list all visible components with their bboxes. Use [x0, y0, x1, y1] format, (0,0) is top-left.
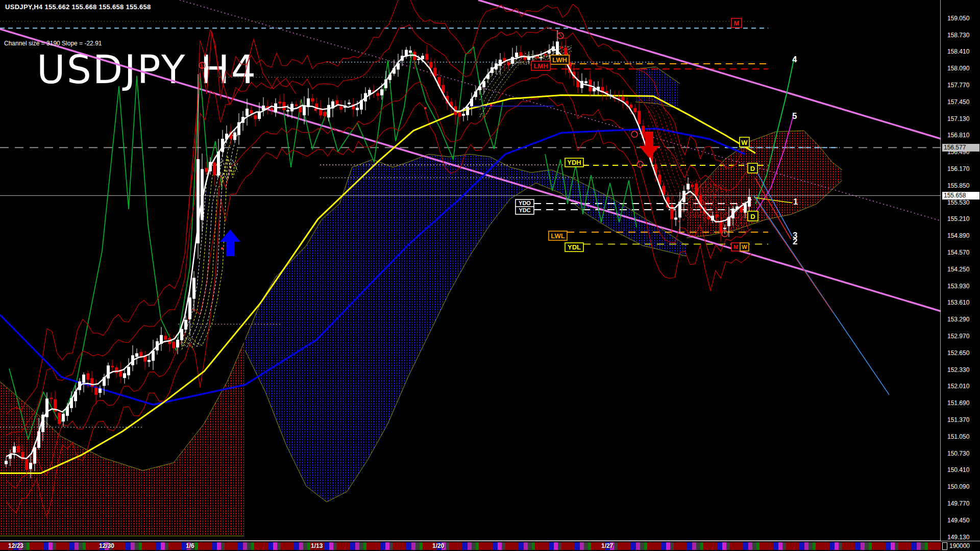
date-label-1/20: 1/20 [432, 542, 444, 549]
price-tick: 158.090 [947, 65, 969, 72]
price-tick: 152.330 [947, 366, 969, 373]
svg-text:YDH: YDH [567, 159, 581, 166]
price-tick: 157.770 [947, 82, 969, 89]
price-tick: 149.450 [947, 517, 969, 524]
dot-marker [424, 107, 426, 109]
dot-marker [221, 247, 223, 249]
price-tick: 157.450 [947, 98, 969, 106]
svg-text:YDL: YDL [568, 243, 581, 251]
price-tick: 152.970 [947, 333, 969, 340]
price-tick: 156.810 [947, 132, 969, 139]
price-chart-canvas[interactable]: USDJPY H4LWHLMHYDHYDOYDCLWLYDLMWDDMW4513… [0, 0, 980, 551]
price-tick: 149.130 [947, 534, 969, 541]
price-tick: 152.650 [947, 349, 969, 357]
price-tick: 155.850 [947, 182, 969, 189]
long-red [755, 198, 833, 312]
dot-marker [314, 109, 316, 111]
price-tick: 158.410 [947, 48, 969, 55]
date-label-1/13: 1/13 [311, 542, 323, 549]
channel-info-readout: Channel size = 3190 Slope = -22.91 [4, 40, 102, 47]
price-tick: 155.210 [947, 215, 969, 222]
current-price-label: 155.658 [942, 192, 979, 199]
price-tick: 154.250 [947, 266, 969, 273]
price-tick: 156.170 [947, 165, 969, 172]
svg-text:YDO: YDO [519, 200, 531, 206]
price-tick: 150.730 [947, 450, 969, 457]
volume-scale-box [942, 542, 947, 550]
volume-scale-label: 190000 [949, 542, 970, 549]
price-tick: 151.370 [947, 416, 969, 423]
wave-number-1: 1 [793, 197, 798, 207]
svg-text:D: D [750, 165, 755, 172]
svg-text:M: M [734, 19, 740, 27]
price-tick: 151.050 [947, 433, 969, 440]
regression-channel-upper [478, 0, 980, 151]
long-blue [754, 195, 889, 395]
symbol-ohlc-readout: USDJPY,H4 155.662 155.668 155.658 155.65… [5, 3, 151, 11]
time-axis[interactable]: 12/2312/301/61/131/201/27 [0, 542, 941, 550]
svg-text:YDC: YDC [519, 207, 530, 213]
price-tick: 153.290 [947, 316, 969, 323]
price-tick: 150.410 [947, 466, 969, 473]
wave-number-2: 2 [793, 237, 797, 246]
watermark: USDJPY H4 [37, 47, 257, 92]
cloud-main [245, 154, 687, 502]
price-tick: 151.690 [947, 399, 969, 407]
price-tick: 158.730 [947, 32, 969, 39]
price-tick: 150.090 [947, 483, 969, 490]
wave-number-4: 4 [792, 55, 797, 64]
svg-text:W: W [741, 139, 748, 146]
price-tick: 154.570 [947, 249, 969, 256]
price-tick: 157.130 [947, 115, 969, 122]
svg-text:M: M [733, 244, 738, 250]
wave-number-5: 5 [792, 111, 797, 121]
price-tick: 149.770 [947, 500, 969, 507]
mt4-chart-window: USDJPY H4LWHLMHYDHYDOYDCLWLYDLMWDDMW4513… [0, 0, 980, 551]
date-label-12/23: 12/23 [8, 542, 23, 549]
price-tick: 153.610 [947, 299, 969, 306]
price-tick: 154.890 [947, 232, 969, 239]
price-tick: 159.050 [947, 15, 969, 22]
date-label-1/6: 1/6 [186, 542, 194, 549]
price-axis[interactable]: 159.050158.730158.410158.090157.770157.4… [941, 0, 980, 541]
wave-projection-lines [754, 58, 889, 395]
wave-circle-marker [631, 131, 638, 137]
price-tick: 155.530 [947, 199, 969, 206]
svg-text:LMH: LMH [533, 62, 548, 70]
svg-text:D: D [750, 213, 755, 220]
dot-marker [490, 104, 492, 106]
date-label-1/27: 1/27 [601, 542, 613, 549]
price-tick: 153.930 [947, 283, 969, 290]
ichimoku-clouds [0, 67, 842, 536]
svg-text:W: W [742, 244, 747, 250]
price-tick: 152.010 [947, 383, 969, 390]
svg-text:LWH: LWH [552, 56, 567, 64]
weekly-pivot-price-label: 156.577 [942, 144, 979, 152]
svg-text:LWL: LWL [551, 232, 565, 240]
date-label-12/30: 12/30 [99, 542, 114, 549]
